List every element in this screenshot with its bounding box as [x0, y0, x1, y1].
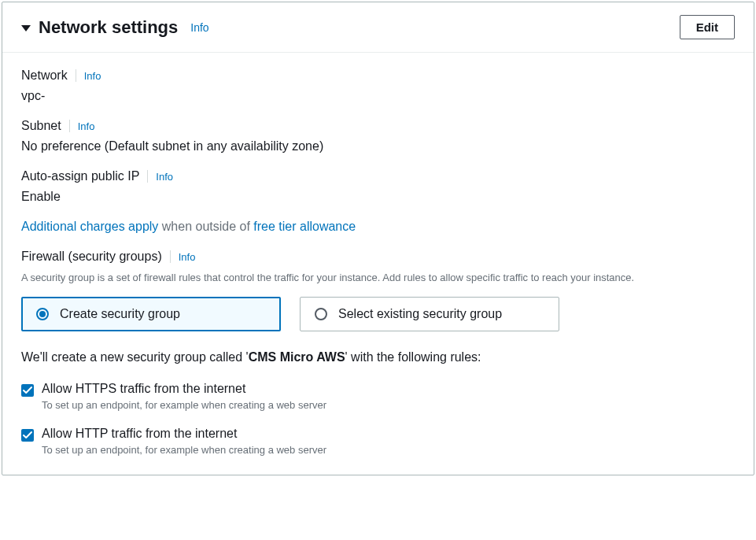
public-ip-value: Enable [21, 190, 735, 204]
network-value: vpc- [21, 89, 735, 103]
subnet-info-link[interactable]: Info [78, 120, 95, 132]
checkmark-icon [23, 431, 32, 440]
allow-https-checkbox[interactable] [21, 384, 34, 397]
sg-intro-suffix: ' with the following rules: [345, 350, 481, 364]
charges-link-2[interactable]: free tier allowance [253, 220, 356, 233]
public-ip-field: Auto-assign public IP Info Enable [21, 169, 735, 204]
header-info-link[interactable]: Info [190, 21, 208, 34]
allow-http-label: Allow HTTP traffic from the internet [42, 427, 326, 441]
allow-https-label: Allow HTTPS traffic from the internet [42, 382, 326, 396]
subnet-label: Subnet [21, 119, 61, 133]
create-security-group-option[interactable]: Create security group [21, 297, 281, 331]
allow-http-rule: Allow HTTP traffic from the internet To … [21, 427, 735, 456]
divider-icon [69, 120, 70, 132]
security-group-intro: We'll create a new security group called… [21, 350, 735, 364]
subnet-field: Subnet Info No preference (Default subne… [21, 119, 735, 153]
header-left: Network settings Info [21, 17, 209, 38]
charges-note: Additional charges apply when outside of… [21, 220, 735, 234]
network-settings-panel: Network settings Info Edit Network Info … [2, 2, 754, 475]
allow-http-desc: To set up an endpoint, for example when … [42, 444, 326, 456]
charges-middle: when outside of [158, 220, 253, 233]
subnet-value: No preference (Default subnet in any ava… [21, 139, 735, 153]
network-label: Network [21, 68, 68, 83]
firewall-field: Firewall (security groups) Info A securi… [21, 250, 735, 331]
panel-title: Network settings [39, 17, 178, 38]
charges-link-1[interactable]: Additional charges apply [21, 220, 158, 233]
select-existing-security-group-option[interactable]: Select existing security group [300, 297, 559, 331]
edit-button[interactable]: Edit [680, 15, 735, 39]
divider-icon [76, 69, 76, 82]
select-sg-label: Select existing security group [338, 307, 502, 321]
sg-name: CMS Micro AWS [249, 350, 345, 364]
public-ip-info-link[interactable]: Info [156, 171, 173, 183]
allow-https-rule: Allow HTTPS traffic from the internet To… [21, 382, 735, 411]
public-ip-label: Auto-assign public IP [21, 169, 139, 183]
panel-body: Network Info vpc- Subnet Info No prefere… [2, 53, 754, 475]
create-sg-label: Create security group [60, 307, 180, 321]
firewall-options: Create security group Select existing se… [21, 297, 735, 331]
network-info-link[interactable]: Info [84, 70, 101, 82]
firewall-description: A security group is a set of firewall ru… [21, 270, 735, 286]
panel-header: Network settings Info Edit [2, 2, 754, 53]
sg-intro-prefix: We'll create a new security group called… [21, 350, 249, 364]
allow-https-desc: To set up an endpoint, for example when … [42, 399, 326, 411]
allow-http-checkbox[interactable] [21, 429, 34, 442]
collapse-caret-icon[interactable] [21, 25, 31, 31]
radio-unselected-icon [315, 308, 327, 320]
firewall-label: Firewall (security groups) [21, 250, 162, 264]
divider-icon [170, 250, 171, 263]
radio-selected-icon [36, 308, 49, 320]
network-field: Network Info vpc- [21, 68, 735, 103]
checkmark-icon [23, 386, 32, 395]
divider-icon [147, 170, 148, 183]
firewall-info-link[interactable]: Info [179, 251, 196, 263]
